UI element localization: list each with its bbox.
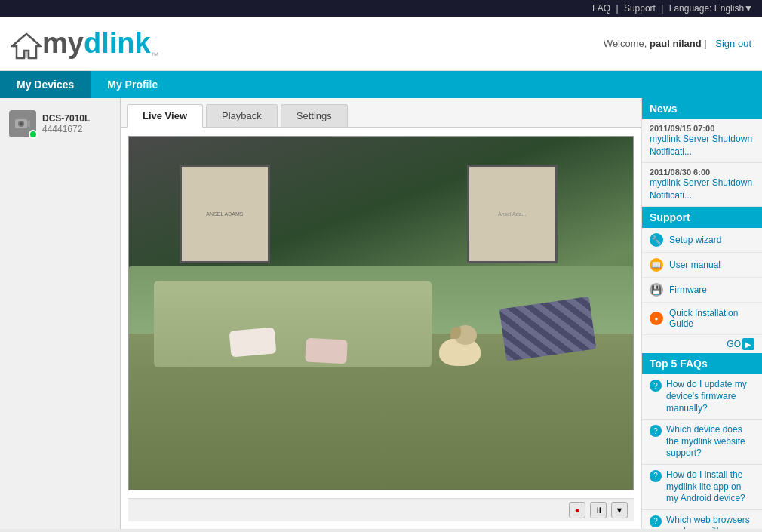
firmware-label: Firmware xyxy=(669,284,707,295)
support-user-manual[interactable]: 📖 User manual xyxy=(642,253,762,278)
firmware-icon: 💾 xyxy=(650,283,663,297)
pause-button[interactable]: ⏸ xyxy=(590,502,607,518)
dropdown-button[interactable]: ▼ xyxy=(611,502,628,518)
logo: mydlink™ xyxy=(11,27,159,60)
setup-wizard-icon: 🔧 xyxy=(650,233,663,247)
controls-bar: ● ⏸ ▼ xyxy=(128,498,634,521)
faq-icon-1: ? xyxy=(650,380,662,392)
device-info: DCS-7010L 44441672 xyxy=(42,113,90,134)
news-item-2: 2011/08/30 6:00 mydlink Server Shutdown … xyxy=(642,163,762,207)
news-link-2[interactable]: mydlink Server Shutdown Notificati... xyxy=(650,177,752,201)
faq-item-1: ? How do I update my device's firmware m… xyxy=(642,374,762,420)
sidebar: DCS-7010L 44441672 xyxy=(0,98,121,529)
tabs: Live View Playback Settings xyxy=(121,98,641,128)
news-title: News xyxy=(642,98,762,119)
device-icon xyxy=(9,110,36,137)
faq-item-3: ? How do I install the mydlink lite app … xyxy=(642,465,762,510)
camera-icon xyxy=(14,115,32,133)
news-date-2: 2011/08/30 6:00 xyxy=(650,168,754,177)
tab-settings[interactable]: Settings xyxy=(281,104,348,127)
faq-text-1[interactable]: How do I update my device's firmware man… xyxy=(666,379,754,414)
picture-frame-left: ANSEL ADAMS xyxy=(180,165,270,263)
support-go-button[interactable]: GO ▶ xyxy=(727,338,754,350)
support-link[interactable]: Support xyxy=(624,3,656,14)
header: mydlink™ Welcome, paul niland | Sign out xyxy=(0,17,762,71)
support-firmware[interactable]: 💾 Firmware xyxy=(642,278,762,303)
dog xyxy=(432,317,492,366)
dog-head xyxy=(454,325,477,345)
news-link-1[interactable]: mydlink Server Shutdown Notificati... xyxy=(650,134,752,157)
picture-frame-right: Ansel Ada... xyxy=(467,165,558,263)
pillow-2 xyxy=(305,337,348,364)
device-status-indicator xyxy=(29,130,38,139)
record-button[interactable]: ● xyxy=(569,502,585,518)
faq-icon-3: ? xyxy=(650,470,662,482)
top-bar: FAQ | Support | Language: English▼ xyxy=(0,0,762,17)
support-go-label: GO xyxy=(727,339,741,349)
tab-live-view[interactable]: Live View xyxy=(127,104,203,128)
faq-text-3[interactable]: How do I install the mydlink lite app on… xyxy=(666,469,754,505)
language-selector[interactable]: Language: English▼ xyxy=(669,3,753,14)
support-go-link[interactable]: GO ▶ xyxy=(642,335,762,353)
nav-my-profile[interactable]: My Profile xyxy=(91,71,174,98)
news-item-1: 2011/09/15 07:00 mydlink Server Shutdown… xyxy=(642,119,762,163)
camera-image: ANSEL ADAMS Ansel Ada... xyxy=(129,137,633,490)
faq-item-2: ? Which device does the mydlink website … xyxy=(642,420,762,465)
nav-bar: My Devices My Profile xyxy=(0,71,762,98)
content-area: Live View Playback Settings ANSEL ADAMS … xyxy=(121,98,641,529)
dog-ear xyxy=(450,327,461,339)
nav-my-devices[interactable]: My Devices xyxy=(0,71,91,98)
username: paul niland xyxy=(650,38,702,49)
faq-text-4[interactable]: Which web browsers can I use with mydlin… xyxy=(666,515,754,529)
couch-cushion xyxy=(154,281,431,368)
support-setup-wizard[interactable]: 🔧 Setup wizard xyxy=(642,228,762,253)
main-layout: DCS-7010L 44441672 Live View Playback Se… xyxy=(0,98,762,529)
support-go-arrow: ▶ xyxy=(742,338,754,350)
setup-wizard-label: Setup wizard xyxy=(669,235,721,245)
user-manual-icon: 📖 xyxy=(650,258,663,272)
device-item[interactable]: DCS-7010L 44441672 xyxy=(6,106,114,142)
right-sidebar: News 2011/09/15 07:00 mydlink Server Shu… xyxy=(641,98,762,529)
faq-item-4: ? Which web browsers can I use with mydl… xyxy=(642,510,762,529)
quick-install-icon: ● xyxy=(650,312,663,325)
tab-playback[interactable]: Playback xyxy=(206,104,278,127)
welcome-area: Welcome, paul niland | Sign out xyxy=(604,38,751,49)
faq-link[interactable]: FAQ xyxy=(592,3,610,14)
support-quick-install[interactable]: ● Quick Installation Guide xyxy=(642,303,762,335)
user-manual-label: User manual xyxy=(669,260,721,270)
device-id: 44441672 xyxy=(42,124,90,134)
faq-text-2[interactable]: Which device does the mydlink website su… xyxy=(666,424,754,460)
camera-view: ANSEL ADAMS Ansel Ada... xyxy=(128,136,634,490)
support-title: Support xyxy=(642,207,762,228)
news-date-1: 2011/09/15 07:00 xyxy=(650,124,754,133)
logo-house-icon xyxy=(11,32,42,60)
faq-icon-2: ? xyxy=(650,425,662,437)
device-name: DCS-7010L xyxy=(42,113,90,124)
logo-my-text: my xyxy=(42,27,84,60)
welcome-text: Welcome, xyxy=(604,38,647,49)
faq-title: Top 5 FAQs xyxy=(642,353,762,374)
quick-install-label: Quick Installation Guide xyxy=(669,308,754,329)
logo-dlink-text: dlink xyxy=(84,27,151,60)
logo-tm: ™ xyxy=(151,51,159,60)
svg-rect-1 xyxy=(23,51,29,58)
svg-marker-5 xyxy=(27,120,30,128)
signout-link[interactable]: Sign out xyxy=(715,38,751,49)
faq-icon-4: ? xyxy=(650,515,662,527)
pillow-1 xyxy=(229,328,276,358)
svg-point-4 xyxy=(20,122,23,125)
